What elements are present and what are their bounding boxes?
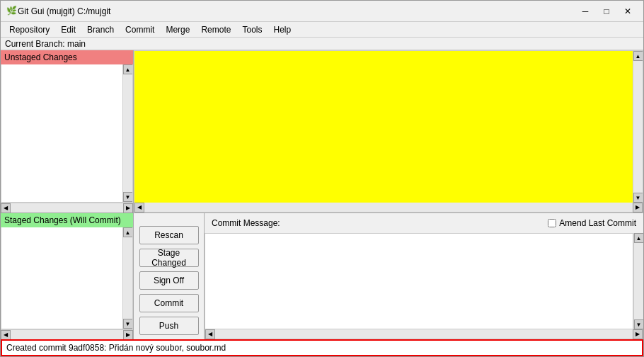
menu-branch[interactable]: Branch: [81, 23, 120, 36]
maximize-button[interactable]: □: [597, 4, 616, 19]
unstaged-scroll-right[interactable]: ▶: [123, 203, 133, 213]
push-button[interactable]: Push: [139, 317, 199, 335]
diff-scroll-left[interactable]: ◀: [134, 203, 144, 212]
main-window: 🌿 Git Gui (mujgit) C:/mujgit ─ □ ✕ Repos…: [0, 0, 644, 357]
diff-scroll-down[interactable]: ▼: [633, 193, 643, 203]
staged-hscroll[interactable]: ◀ ▶: [1, 329, 133, 339]
menu-repository[interactable]: Repository: [4, 23, 55, 36]
commit-scroll-left[interactable]: ◀: [205, 329, 215, 339]
commit-scroll-up[interactable]: ▲: [634, 233, 644, 243]
status-text: Created commit 9adf0858: Přidán nový sou…: [6, 343, 226, 353]
staged-header: Staged Changes (Will Commit): [1, 213, 133, 227]
branchbar: Current Branch: main: [1, 38, 643, 50]
menu-tools[interactable]: Tools: [236, 23, 268, 36]
unstaged-scroll-left[interactable]: ◀: [1, 203, 11, 213]
button-panel: Rescan Stage Changed Sign Off Commit Pus…: [134, 213, 205, 339]
menubar: Repository Edit Branch Commit Merge Remo…: [1, 22, 643, 38]
commit-message-input[interactable]: [205, 233, 633, 329]
menu-edit[interactable]: Edit: [55, 23, 81, 36]
unstaged-scroll-up[interactable]: ▲: [123, 64, 133, 74]
diff-scroll-up[interactable]: ▲: [633, 51, 643, 61]
unstaged-scroll-track: [123, 74, 132, 192]
sign-off-button[interactable]: Sign Off: [139, 271, 199, 290]
staged-scroll-up[interactable]: ▲: [123, 227, 133, 237]
commit-panel: Commit Message: Amend Last Commit ▲ ▼: [205, 213, 643, 339]
diff-vscroll[interactable]: ▲ ▼: [633, 51, 643, 203]
bottom-section: Staged Changes (Will Commit) ▲ ▼ ◀ ▶: [1, 213, 643, 339]
unstaged-panel: Unstaged Changes ▲ ▼ ◀ ▶: [1, 50, 134, 212]
staged-scroll-down[interactable]: ▼: [123, 319, 133, 329]
titlebar: 🌿 Git Gui (mujgit) C:/mujgit ─ □ ✕: [1, 1, 643, 22]
staged-panel: Staged Changes (Will Commit) ▲ ▼ ◀ ▶: [1, 213, 134, 339]
statusbar: Created commit 9adf0858: Přidán nový sou…: [1, 339, 643, 356]
amend-area: Amend Last Commit: [548, 218, 636, 228]
unstaged-vscroll[interactable]: ▲ ▼: [122, 64, 132, 202]
window-controls: ─ □ ✕: [575, 4, 638, 19]
commit-scroll-down[interactable]: ▼: [634, 319, 644, 329]
commit-hscroll[interactable]: ◀ ▶: [205, 329, 643, 339]
unstaged-list[interactable]: [1, 64, 122, 202]
commit-message-label: Commit Message:: [212, 218, 280, 228]
commit-header: Commit Message: Amend Last Commit: [205, 213, 643, 233]
diff-content[interactable]: [134, 51, 633, 203]
staged-scroll-track: [123, 237, 132, 319]
commit-scroll-track: [634, 243, 643, 319]
commit-vscroll[interactable]: ▲ ▼: [633, 233, 643, 329]
menu-remote[interactable]: Remote: [195, 23, 236, 36]
main-content: Unstaged Changes ▲ ▼ ◀ ▶: [1, 50, 643, 356]
current-branch-label: Current Branch: main: [5, 39, 86, 49]
amend-checkbox[interactable]: [548, 219, 556, 227]
menu-help[interactable]: Help: [268, 23, 297, 36]
staged-list[interactable]: [1, 227, 122, 329]
amend-label: Amend Last Commit: [559, 218, 636, 228]
diff-scroll-track: [633, 61, 643, 193]
diff-area: ▲ ▼ ◀ ▶: [134, 50, 643, 212]
commit-button[interactable]: Commit: [139, 294, 199, 312]
staged-scroll-left[interactable]: ◀: [1, 330, 11, 340]
commit-scroll-right[interactable]: ▶: [633, 329, 643, 339]
diff-hscroll[interactable]: ◀ ▶: [134, 203, 643, 212]
diff-scroll-right[interactable]: ▶: [633, 203, 643, 212]
menu-merge[interactable]: Merge: [160, 23, 195, 36]
close-button[interactable]: ✕: [618, 4, 638, 19]
staged-scroll-right[interactable]: ▶: [123, 330, 133, 340]
menu-commit[interactable]: Commit: [120, 23, 160, 36]
minimize-button[interactable]: ─: [575, 4, 595, 19]
top-section: Unstaged Changes ▲ ▼ ◀ ▶: [1, 50, 643, 213]
unstaged-hscroll[interactable]: ◀ ▶: [1, 203, 133, 212]
unstaged-header: Unstaged Changes: [1, 50, 133, 64]
staged-vscroll[interactable]: ▲ ▼: [122, 227, 132, 329]
window-title: Git Gui (mujgit) C:/mujgit: [18, 6, 575, 16]
rescan-button[interactable]: Rescan: [139, 226, 199, 244]
unstaged-scroll-down[interactable]: ▼: [123, 192, 133, 202]
app-icon: 🌿: [6, 6, 18, 17]
stage-changed-button[interactable]: Stage Changed: [139, 249, 199, 267]
